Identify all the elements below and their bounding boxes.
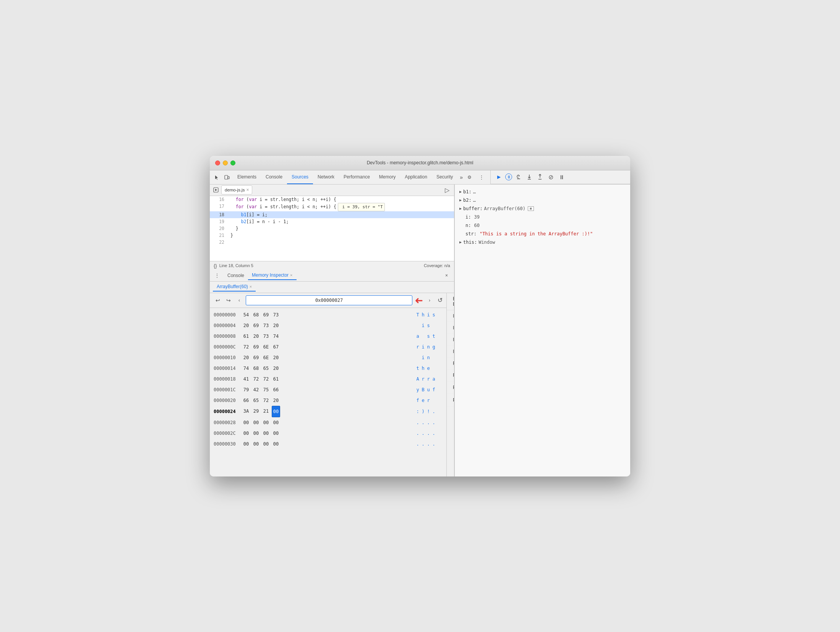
tab-security[interactable]: Security <box>432 170 457 184</box>
prev-btn[interactable]: ‹ <box>235 296 243 305</box>
status-bar: {} Line 18, Column 5 Coverage: n/a <box>210 261 454 270</box>
file-tab-demo-js[interactable]: demo-js.js × <box>221 185 252 194</box>
array-buffer-tab[interactable]: ArrayBuffer(60) × <box>213 282 256 292</box>
hex-row-12: 00000030 00 00 00 00 . <box>210 439 446 449</box>
hex-row-9: 00000024 3A 29 21 00 : <box>210 406 446 417</box>
int8-label: Integer 8-bit <box>453 313 454 319</box>
hex-view: ↩ ↪ ‹ ➜ › ↺ <box>210 293 447 476</box>
minimize-button[interactable] <box>223 160 228 165</box>
hex-toolbar: ↩ ↪ ‹ ➜ › ↺ <box>210 293 446 308</box>
debug-toolbar: ▶ ⏸ <box>490 170 630 184</box>
close-button[interactable] <box>215 160 220 165</box>
scope-item-n: n: 60 <box>459 221 626 230</box>
window-title: DevTools - memory-inspector.glitch.me/de… <box>367 160 474 165</box>
dots-menu-icon[interactable]: ⋮ <box>213 271 221 280</box>
tab-network[interactable]: Network <box>313 170 339 184</box>
more-options-icon[interactable]: ⋮ <box>477 173 486 181</box>
titlebar: DevTools - memory-inspector.glitch.me/de… <box>210 156 630 170</box>
value-panel-header: Big Endian ▾ ⚙ <box>447 293 454 310</box>
svg-rect-1 <box>228 177 229 179</box>
bottom-panel-close[interactable]: × <box>442 273 451 278</box>
scope-item-buffer[interactable]: ▶ buffer: ArrayBuffer(60) ▣ <box>459 204 626 213</box>
deactivate-btn[interactable]: ⊘ <box>546 173 555 181</box>
file-tab-close[interactable]: × <box>246 187 249 193</box>
pause-exceptions-btn[interactable]: ⏸ <box>557 173 566 181</box>
value-row-int64: Integer 64-bit dec ▾ 0 <box>447 346 454 358</box>
endian-selector[interactable]: Big Endian ▾ <box>453 296 454 307</box>
traffic-lights <box>215 160 235 165</box>
redo-btn[interactable]: ↪ <box>224 296 233 305</box>
ptr64-label: Pointer 64-bit <box>453 397 454 403</box>
tab-console-bottom[interactable]: Console <box>224 271 248 280</box>
settings-icon[interactable]: ⚙ <box>465 173 474 181</box>
array-buffer-tab-close[interactable]: × <box>250 284 252 289</box>
tab-memory[interactable]: Memory <box>375 170 400 184</box>
memory-inspector: ArrayBuffer(60) × ↩ ↪ <box>210 282 454 476</box>
devtools-window: DevTools - memory-inspector.glitch.me/de… <box>210 156 630 476</box>
next-btn[interactable]: › <box>425 296 434 305</box>
selected-byte[interactable]: 00 <box>272 406 280 417</box>
file-tab-bar: demo-js.js × ▷ <box>210 185 454 196</box>
main-content: demo-js.js × ▷ 16 for (var i = str.lengt… <box>210 185 630 476</box>
step-into-btn[interactable] <box>525 173 534 181</box>
file-tab-label: demo-js.js <box>225 188 245 192</box>
value-row-ptr32: Pointer 32-bit 0x0 → <box>447 381 454 394</box>
resume-btn[interactable]: ▶ <box>495 173 503 181</box>
value-row-int32: Integer 32-bit dec ▾ 0 <box>447 334 454 346</box>
right-panel: ▶ b1: … ▶ b2: … ▶ buffer: ArrayBuffer(60… <box>454 185 630 476</box>
hex-row-3: 0000000C 72 69 6E 67 r <box>210 342 446 352</box>
float32-label: Float 32-bit <box>453 361 454 366</box>
hex-row-0: 00000000 54 68 69 73 T <box>210 310 446 320</box>
cursor-icon[interactable] <box>213 173 221 181</box>
bottom-panel: ⋮ Console Memory Inspector × × <box>210 270 454 476</box>
address-input[interactable] <box>246 295 412 305</box>
code-line-19: 19 b2[i] = n - i - 1; <box>210 218 454 225</box>
device-icon[interactable] <box>223 173 231 181</box>
code-line-22: 22 <box>210 239 454 246</box>
hex-rows: 00000000 54 68 69 73 T <box>210 308 446 476</box>
code-line-18: 18 b1[i] = i; <box>210 211 454 218</box>
code-line-17: 17 for (var i = str.length; i < n; ++i) … <box>210 203 454 211</box>
endian-label: Big Endian <box>453 296 454 307</box>
tab-console[interactable]: Console <box>261 170 287 184</box>
pause-btn[interactable]: ⏸ <box>505 173 512 180</box>
value-row-ptr64: Pointer 64-bit 0x0 → <box>447 394 454 407</box>
tab-memory-inspector[interactable]: Memory Inspector × <box>248 271 296 280</box>
value-row-int8: Integer 8-bit dec ▾ 0 <box>447 310 454 322</box>
hex-row-8: 00000020 66 65 72 20 f <box>210 395 446 406</box>
value-row-float64: Float 64-bit dec ▾ 0.00 <box>447 369 454 381</box>
more-tabs[interactable]: » <box>457 174 465 180</box>
tab-performance[interactable]: Performance <box>339 170 375 184</box>
run-icon <box>212 186 220 194</box>
step-over-btn[interactable] <box>514 173 523 181</box>
file-right-icon[interactable]: ▷ <box>443 186 452 194</box>
refresh-btn[interactable]: ↺ <box>438 297 443 304</box>
tab-elements[interactable]: Elements <box>233 170 261 184</box>
int16-label: Integer 16-bit <box>453 325 454 331</box>
undo-btn[interactable]: ↩ <box>214 296 222 305</box>
memory-content: ↩ ↪ ‹ ➜ › ↺ <box>210 293 454 476</box>
memory-inspector-close[interactable]: × <box>290 273 292 277</box>
scope-item-b2[interactable]: ▶ b2: … <box>459 196 626 204</box>
step-out-btn[interactable] <box>536 173 544 181</box>
file-tab-right: ▷ <box>443 186 452 194</box>
hex-row-7: 0000001C 79 42 75 66 y <box>210 384 446 395</box>
code-line-16: 16 for (var i = str.length; i < n; ++i) … <box>210 196 454 203</box>
value-inspector: Big Endian ▾ ⚙ Integer 8-bit dec <box>447 293 454 476</box>
scope-item-b1[interactable]: ▶ b1: … <box>459 188 626 196</box>
maximize-button[interactable] <box>230 160 235 165</box>
coverage-info: Coverage: n/a <box>424 263 450 268</box>
hex-row-2: 00000008 61 20 73 74 a <box>210 331 446 342</box>
code-editor[interactable]: 16 for (var i = str.length; i < n; ++i) … <box>210 196 454 261</box>
hex-row-4: 00000010 20 69 6E 20 <box>210 352 446 363</box>
ptr32-label: Pointer 32-bit <box>453 385 454 390</box>
devtools: Elements Console Sources Network Perform… <box>210 170 630 476</box>
tab-sources[interactable]: Sources <box>287 170 313 184</box>
scope-item-str: str: "This is a string in the ArrayBuffe… <box>459 230 626 238</box>
scope-item-this[interactable]: ▶ this: Window <box>459 238 626 246</box>
hex-row-1: 00000004 20 69 73 20 <box>210 320 446 331</box>
scope-item-i: i: 39 <box>459 213 626 221</box>
svg-rect-0 <box>225 175 228 179</box>
hex-row-5: 00000014 74 68 65 20 t <box>210 363 446 374</box>
tab-application[interactable]: Application <box>400 170 432 184</box>
